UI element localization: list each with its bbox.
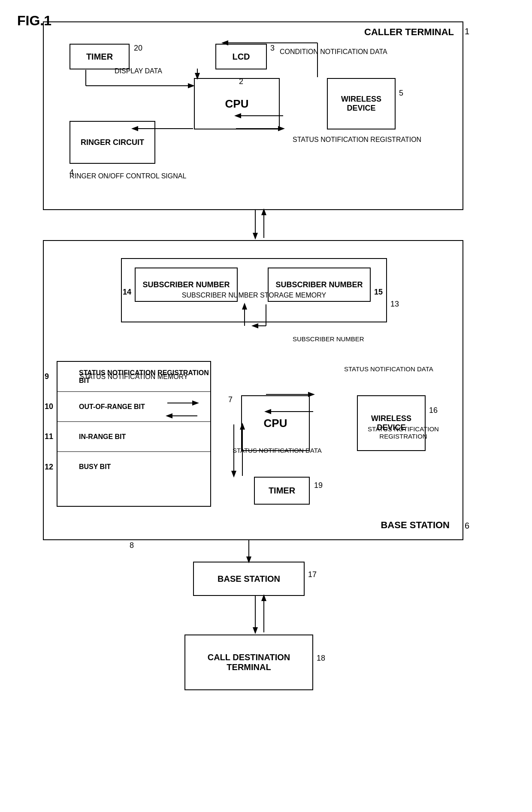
busy-bit-row: 12 BUSY BIT: [57, 452, 210, 482]
ref-13: 13: [390, 300, 399, 309]
timer-box-base: TIMER: [254, 477, 310, 505]
ref-18: 18: [317, 654, 325, 663]
wireless-device-caller: WIRELESS DEVICE: [327, 78, 396, 129]
ref-10: 10: [45, 402, 53, 411]
ringer-circuit-box: RINGER CIRCUIT: [70, 121, 155, 164]
ref-12: 12: [45, 463, 53, 472]
ref-6: 6: [465, 521, 469, 531]
ringer-onoff-label: RINGER ON/OFF CONTROL SIGNAL: [70, 172, 186, 180]
wireless-device-base: WIRELESS DEVICE: [357, 395, 426, 451]
condition-notif-label: CONDITION NOTIFICATION DATA: [280, 48, 387, 56]
ref-1: 1: [465, 27, 469, 36]
call-destination-terminal-box: CALL DESTINATION TERMINAL: [184, 635, 313, 690]
ref-8: 8: [130, 541, 134, 550]
base-station-label: BASE STATION: [381, 520, 450, 531]
status-notif-data-right-label: STATUS NOTIFICATION DATA: [344, 365, 433, 373]
ref-16: 16: [429, 406, 438, 415]
out-of-range-bit-row: 10 OUT-OF-RANGE BIT: [57, 392, 210, 422]
lcd-ref: 3: [270, 44, 275, 53]
in-range-bit-row: 11 IN-RANGE BIT: [57, 422, 210, 452]
base-station-box: BASE STATION 6 13 14 SUBSCRIBER NUMBER 1…: [43, 240, 463, 540]
cpu-box-caller: CPU: [194, 78, 280, 129]
ref-9: 9: [45, 372, 49, 381]
ref-7: 7: [228, 395, 233, 404]
timer-ref-caller: 20: [134, 44, 142, 53]
status-notif-reg-base-label: STATUS NOTIFICATION REGISTRATION: [344, 425, 462, 440]
status-notif-reg-caller-label: STATUS NOTIFICATION REGISTRATION: [293, 136, 421, 144]
status-notification-memory-box: 9 STATUS NOTIFICATION REGISTRATION BIT 1…: [57, 361, 211, 507]
subscriber-memory-box: 13 14 SUBSCRIBER NUMBER 15 SUBSCRIBER NU…: [121, 258, 387, 322]
subscriber-num-label-bs: SUBSCRIBER NUMBER: [293, 335, 364, 343]
ref-11: 11: [45, 432, 53, 441]
cpu-box-base: CPU: [241, 395, 310, 451]
display-data-label: DISPLAY DATA: [115, 67, 162, 75]
timer-box-caller: TIMER: [70, 44, 130, 69]
ref-17: 17: [308, 570, 317, 579]
ref-2: 2: [239, 77, 243, 86]
status-notif-data-left-label: STATUS NOTIFICATION DATA: [233, 447, 322, 454]
caller-terminal-label: CALLER TERMINAL: [364, 27, 454, 38]
wireless-ref-caller: 5: [399, 89, 403, 98]
ref-19: 19: [314, 481, 323, 490]
status-memory-label: STATUS NOTIFICATION MEMORY: [59, 373, 209, 381]
caller-terminal-box: CALLER TERMINAL 1 TIMER 20 LCD 3 CPU 2 W…: [43, 21, 463, 210]
base-station-17-box: BASE STATION: [193, 562, 305, 596]
subscriber-memory-label: SUBSCRIBER NUMBER STORAGE MEMORY: [125, 292, 383, 299]
lcd-box: LCD: [215, 44, 267, 69]
